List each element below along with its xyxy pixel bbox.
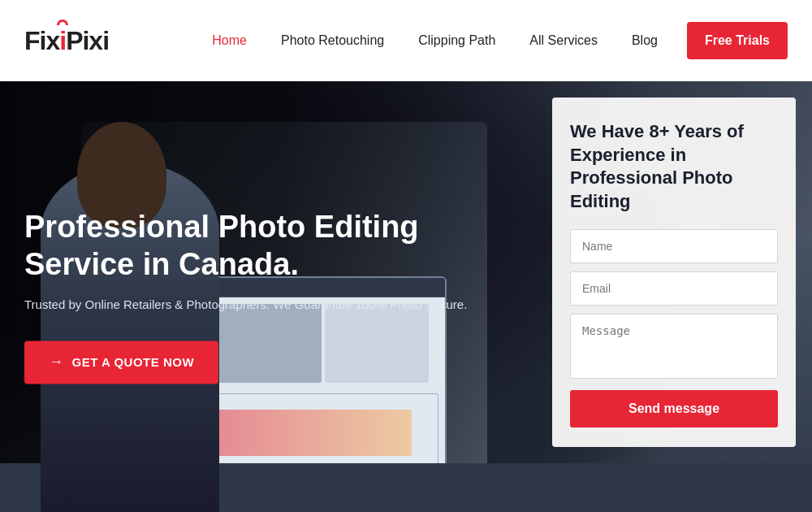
cta-label: GET A QUOTE NOW <box>72 356 195 370</box>
arrow-icon: → <box>49 354 64 371</box>
form-card-title: We Have 8+ Years of Experience in Profes… <box>570 120 778 213</box>
main-nav: Home Photo Retouching Clipping Path All … <box>199 22 788 59</box>
nav-all-services[interactable]: All Services <box>516 27 611 54</box>
nav-clipping-path[interactable]: Clipping Path <box>405 27 508 54</box>
nav-photo-retouching[interactable]: Photo Retouching <box>268 27 397 54</box>
free-trials-button[interactable]: Free Trials <box>687 22 788 59</box>
logo-text-fix: Fix <box>24 26 59 55</box>
hero-title: Professional Photo Editing Service in Ca… <box>24 209 495 283</box>
email-input[interactable] <box>570 271 778 306</box>
nav-blog[interactable]: Blog <box>619 27 671 54</box>
contact-form-card: We Have 8+ Years of Experience in Profes… <box>552 98 796 447</box>
hero-subtitle: Trusted by Online Retailers & Photograph… <box>24 298 495 312</box>
logo-i: i <box>59 26 66 56</box>
get-quote-button[interactable]: → GET A QUOTE NOW <box>24 341 218 384</box>
logo[interactable]: FixiPixi <box>24 26 109 56</box>
nav-home[interactable]: Home <box>199 27 260 54</box>
name-input[interactable] <box>570 229 778 263</box>
logo-text-pixi: Pixi <box>66 26 109 55</box>
navbar: FixiPixi Home Photo Retouching Clipping … <box>0 0 812 81</box>
send-message-button[interactable]: Send message <box>570 390 778 427</box>
hero-section: Professional Photo Editing Service in Ca… <box>0 81 812 512</box>
hero-content: Professional Photo Editing Service in Ca… <box>24 209 495 384</box>
message-input[interactable] <box>570 314 778 379</box>
